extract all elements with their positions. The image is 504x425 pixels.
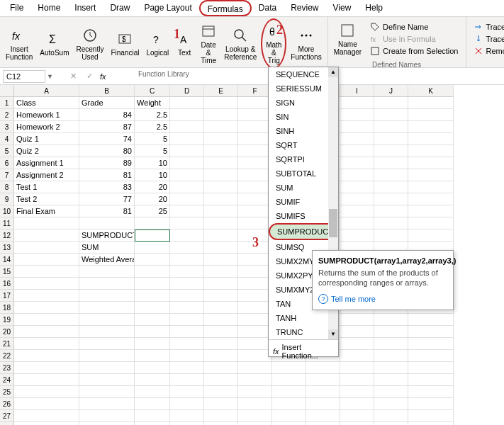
- cell-E3[interactable]: [204, 121, 238, 133]
- cell-A17[interactable]: [14, 290, 79, 302]
- cell-I9[interactable]: [340, 193, 374, 205]
- cell-F7[interactable]: [238, 169, 272, 181]
- cell-I26[interactable]: [340, 398, 374, 410]
- tell-me-more-link[interactable]: ? Tell me more: [318, 294, 447, 304]
- cell-K5[interactable]: [408, 145, 454, 157]
- cell-B7[interactable]: 81: [79, 169, 135, 181]
- cell-A28[interactable]: [14, 422, 79, 425]
- cell-E9[interactable]: [204, 193, 238, 205]
- cell-B13[interactable]: SUM: [79, 242, 135, 254]
- cell-I12[interactable]: [340, 230, 374, 242]
- cell-B1[interactable]: Grade: [79, 97, 135, 109]
- cell-J6[interactable]: [374, 157, 408, 169]
- cell-B3[interactable]: 87: [79, 121, 135, 133]
- cell-F15[interactable]: [238, 266, 272, 278]
- menu-home[interactable]: Home: [30, 0, 67, 16]
- cell-D24[interactable]: [170, 374, 204, 386]
- cell-C5[interactable]: 5: [135, 145, 170, 157]
- cell-K27[interactable]: [408, 410, 454, 422]
- cell-J26[interactable]: [374, 398, 408, 410]
- cell-E21[interactable]: [204, 338, 238, 350]
- cell-K25[interactable]: [408, 386, 454, 398]
- row-header-10[interactable]: 10: [0, 205, 14, 217]
- cell-F20[interactable]: [238, 326, 272, 338]
- cell-J25[interactable]: [374, 386, 408, 398]
- cell-F24[interactable]: [238, 374, 272, 386]
- col-header-A[interactable]: A: [14, 85, 79, 97]
- cell-I11[interactable]: [340, 217, 374, 230]
- cell-B18[interactable]: [79, 302, 135, 314]
- cell-A18[interactable]: [14, 302, 79, 314]
- cell-G23[interactable]: [272, 362, 306, 374]
- select-all-corner[interactable]: [0, 85, 14, 97]
- cell-I19[interactable]: [340, 314, 374, 326]
- cell-C2[interactable]: 2.5: [135, 109, 170, 121]
- name-manager-button[interactable]: Name Manager: [331, 21, 364, 57]
- cell-K28[interactable]: [408, 422, 454, 425]
- cell-A24[interactable]: [14, 374, 79, 386]
- cell-F3[interactable]: [238, 121, 272, 133]
- row-header-22[interactable]: 22: [0, 350, 14, 362]
- cell-F18[interactable]: [238, 302, 272, 314]
- col-header-D[interactable]: D: [170, 85, 204, 97]
- cell-H26[interactable]: [306, 398, 340, 410]
- cell-D3[interactable]: [170, 121, 204, 133]
- cell-K7[interactable]: [408, 169, 454, 181]
- cell-J7[interactable]: [374, 169, 408, 181]
- cell-C24[interactable]: [135, 374, 170, 386]
- cell-C21[interactable]: [135, 338, 170, 350]
- financial-button[interactable]: $ Financial: [108, 29, 142, 58]
- cell-I10[interactable]: [340, 205, 374, 217]
- row-header-25[interactable]: 25: [0, 386, 14, 398]
- cell-A6[interactable]: Assignment 1: [14, 157, 79, 169]
- cell-B24[interactable]: [79, 374, 135, 386]
- col-header-B[interactable]: B: [79, 85, 135, 97]
- cell-B14[interactable]: Weighted Average: [79, 254, 135, 266]
- row-header-27[interactable]: 27: [0, 410, 14, 422]
- row-header-28[interactable]: 28: [0, 422, 14, 425]
- cell-J22[interactable]: [374, 350, 408, 362]
- row-header-15[interactable]: 15: [0, 266, 14, 278]
- cell-E14[interactable]: [204, 254, 238, 266]
- cell-B10[interactable]: 81: [79, 205, 135, 217]
- cell-C7[interactable]: 10: [135, 169, 170, 181]
- cell-G25[interactable]: [272, 386, 306, 398]
- cell-F27[interactable]: [238, 410, 272, 422]
- cell-B21[interactable]: [79, 338, 135, 350]
- cell-B22[interactable]: [79, 350, 135, 362]
- cell-G27[interactable]: [272, 410, 306, 422]
- cell-K24[interactable]: [408, 374, 454, 386]
- cell-F16[interactable]: [238, 278, 272, 290]
- cell-A4[interactable]: Quiz 1: [14, 133, 79, 145]
- row-header-8[interactable]: 8: [0, 181, 14, 193]
- cell-E15[interactable]: [204, 266, 238, 278]
- cell-C20[interactable]: [135, 326, 170, 338]
- cell-F21[interactable]: [238, 338, 272, 350]
- create-selection-button[interactable]: Create from Selection: [369, 45, 459, 57]
- cell-B20[interactable]: [79, 326, 135, 338]
- cell-A13[interactable]: [14, 242, 79, 254]
- cell-B5[interactable]: 80: [79, 145, 135, 157]
- cell-A19[interactable]: [14, 314, 79, 326]
- cell-B27[interactable]: [79, 410, 135, 422]
- row-header-7[interactable]: 7: [0, 169, 14, 181]
- cell-D11[interactable]: [170, 217, 204, 230]
- cell-C11[interactable]: [135, 217, 170, 230]
- col-header-F[interactable]: F: [238, 85, 272, 97]
- cell-I2[interactable]: [340, 109, 374, 121]
- cell-B8[interactable]: 83: [79, 181, 135, 193]
- cell-B26[interactable]: [79, 398, 135, 410]
- autosum-button[interactable]: Σ AutoSum: [37, 29, 72, 58]
- cell-E13[interactable]: [204, 242, 238, 254]
- cell-B23[interactable]: [79, 362, 135, 374]
- cell-F25[interactable]: [238, 386, 272, 398]
- menu-file[interactable]: File: [3, 0, 30, 16]
- row-header-26[interactable]: 26: [0, 398, 14, 410]
- cell-D1[interactable]: [170, 97, 204, 109]
- menu-view[interactable]: View: [326, 0, 359, 16]
- cell-J19[interactable]: [374, 314, 408, 326]
- cell-D6[interactable]: [170, 157, 204, 169]
- cell-A3[interactable]: Homework 2: [14, 121, 79, 133]
- remove-arrows-button[interactable]: Remove Arrows: [472, 45, 505, 57]
- cell-J10[interactable]: [374, 205, 408, 217]
